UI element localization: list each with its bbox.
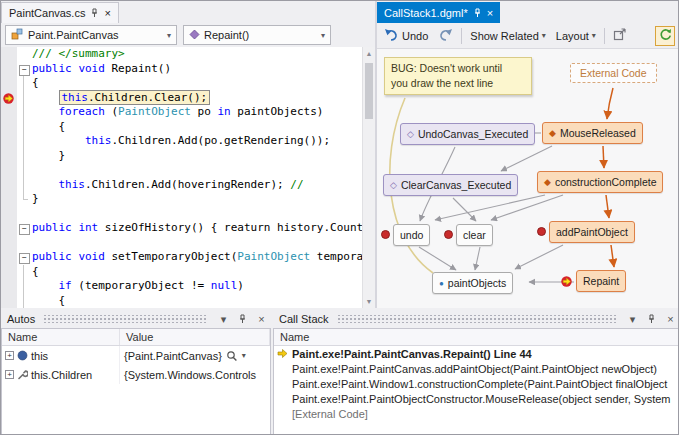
code-editor[interactable]: /// </summary>public void Repaint(){ thi… xyxy=(1,47,362,308)
node-repaint[interactable]: Repaint xyxy=(576,270,626,292)
breakpoint-margin-cell[interactable] xyxy=(1,62,17,77)
autos-row[interactable]: +this{Paint.PaintCanvas}▾ xyxy=(2,346,270,365)
window-position-icon[interactable]: ▾ xyxy=(216,313,231,326)
breakpoint-margin-cell[interactable] xyxy=(1,105,17,120)
breakpoint-margin-cell[interactable] xyxy=(1,192,17,207)
node-label: MouseReleased xyxy=(560,127,636,139)
editor-scrollbar[interactable]: ▲ ▼ xyxy=(362,47,375,308)
code-line[interactable]: if (temporaryObject != null) xyxy=(1,279,362,294)
autos-row[interactable]: +this.Children{System.Windows.Controls xyxy=(2,365,270,384)
pin-icon[interactable] xyxy=(644,314,659,324)
column-header-name[interactable]: Name xyxy=(274,329,679,345)
window-position-icon[interactable]: ▾ xyxy=(625,313,640,326)
magnifier-icon[interactable] xyxy=(226,350,238,362)
code-line[interactable]: foreach (PaintObject po in paintObjects) xyxy=(1,105,362,120)
fold-margin[interactable] xyxy=(17,221,30,236)
breakpoint-margin-cell[interactable] xyxy=(1,163,17,178)
node-paintobjects[interactable]: ● paintObjects xyxy=(432,272,513,294)
code-line[interactable] xyxy=(1,163,362,178)
code-line[interactable]: { xyxy=(1,76,362,91)
redo-button[interactable] xyxy=(436,26,455,45)
pin-icon[interactable] xyxy=(90,8,99,18)
code-line[interactable]: { xyxy=(1,265,362,280)
node-constructioncomplete[interactable]: ◆ constructionComplete xyxy=(537,171,663,193)
jump-to-code-button[interactable] xyxy=(611,26,629,45)
breakpoint-margin-cell[interactable] xyxy=(1,178,17,193)
close-icon[interactable]: × xyxy=(254,313,269,325)
close-icon[interactable]: × xyxy=(487,8,493,18)
node-external-code[interactable]: External Code xyxy=(570,63,657,83)
map-toolbar: Undo Show Related ▾ Layout ▾ xyxy=(377,23,679,49)
expand-icon[interactable]: + xyxy=(5,351,14,360)
node-label: clear xyxy=(463,229,486,241)
code-map-canvas[interactable]: BUG: Doesn't work until you draw the nex… xyxy=(377,49,679,308)
breakpoint-margin-cell[interactable] xyxy=(1,279,17,294)
call-stack-row[interactable]: Paint.exe!Paint.PaintCanvas.addPaintObje… xyxy=(274,361,679,376)
call-stack-row[interactable]: Paint.exe!Paint.PaintCanvas.Repaint() Li… xyxy=(274,346,679,361)
code-line[interactable]: this.Children.Add(hoveringRender); // xyxy=(1,178,362,193)
panel-drag-grip[interactable] xyxy=(337,315,617,323)
method-dropdown[interactable]: Repaint() ▾ xyxy=(183,25,331,45)
call-stack-row[interactable]: Paint.exe!Paint.Window1.constructionComp… xyxy=(274,376,679,391)
breakpoint-margin-cell[interactable] xyxy=(1,149,17,164)
breakpoint-margin-cell[interactable] xyxy=(1,265,17,280)
column-header-name[interactable]: Name xyxy=(2,329,120,345)
code-line[interactable]: { xyxy=(1,294,362,309)
close-icon[interactable]: × xyxy=(663,313,678,325)
layout-button[interactable]: Layout ▾ xyxy=(554,28,598,44)
breakpoint-marker-undo[interactable] xyxy=(381,230,390,239)
panel-drag-grip[interactable] xyxy=(43,315,208,323)
code-line[interactable]: public void Repaint() xyxy=(1,62,362,77)
scrollbar-thumb[interactable] xyxy=(365,63,373,119)
class-dropdown[interactable]: Paint.PaintCanvas ▾ xyxy=(5,25,177,45)
pin-icon[interactable] xyxy=(235,314,250,324)
breakpoint-current-glyph[interactable] xyxy=(1,91,17,106)
breakpoint-margin-cell[interactable] xyxy=(1,236,17,251)
fold-margin xyxy=(17,207,30,222)
breakpoint-margin-cell[interactable] xyxy=(1,134,17,149)
breakpoint-margin-cell[interactable] xyxy=(1,250,17,265)
call-stack-row[interactable]: Paint.exe!Paint.PaintObjectConstructor.M… xyxy=(274,391,679,406)
scroll-up-icon[interactable]: ▲ xyxy=(363,47,375,60)
node-undocanvas-executed[interactable]: ◇ UndoCanvas_Executed xyxy=(400,123,535,145)
tab-paintcanvas[interactable]: PaintCanvas.cs × xyxy=(1,2,119,23)
call-stack-row[interactable]: [External Code] xyxy=(274,406,679,421)
node-clearcanvas-executed[interactable]: ◇ ClearCanvas_Executed xyxy=(383,174,518,196)
breakpoint-margin-cell[interactable] xyxy=(1,221,17,236)
code-line[interactable]: public int sizeOfHistory() { reaturn his… xyxy=(1,221,362,236)
code-line[interactable] xyxy=(1,207,362,222)
breakpoint-margin-cell[interactable] xyxy=(1,47,17,62)
breakpoint-marker-addpaintobject[interactable] xyxy=(537,227,546,236)
code-line[interactable] xyxy=(1,236,362,251)
code-line[interactable]: } xyxy=(1,192,362,207)
node-mousereleased[interactable]: ◆ MouseReleased xyxy=(542,122,643,144)
close-icon[interactable]: × xyxy=(104,8,110,18)
breakpoint-marker-clear[interactable] xyxy=(444,230,453,239)
fold-margin[interactable] xyxy=(17,250,30,265)
event-icon: ◇ xyxy=(407,130,414,139)
node-addpaintobject[interactable]: addPaintObject xyxy=(549,221,635,243)
column-header-value[interactable]: Value xyxy=(120,329,270,345)
pin-icon[interactable] xyxy=(473,8,482,18)
code-line[interactable]: public void setTemporaryObject(PaintObje… xyxy=(1,250,362,265)
code-line[interactable]: } xyxy=(1,149,362,164)
breakpoint-margin-cell[interactable] xyxy=(1,294,17,309)
node-undo[interactable]: undo xyxy=(393,224,430,246)
fold-margin[interactable] xyxy=(17,62,30,77)
breakpoint-margin-cell[interactable] xyxy=(1,120,17,135)
auto-update-toggle-button[interactable] xyxy=(655,26,675,46)
breakpoint-margin-cell[interactable] xyxy=(1,76,17,91)
undo-button[interactable]: Undo xyxy=(382,26,430,45)
code-line[interactable]: this.Children.Clear(); xyxy=(1,91,362,106)
node-clear[interactable]: clear xyxy=(456,224,493,246)
code-line[interactable]: /// </summary> xyxy=(1,47,362,62)
tab-callstack-dgml[interactable]: CallStack1.dgml* × xyxy=(377,2,500,23)
scroll-down-icon[interactable]: ▼ xyxy=(363,295,375,308)
expand-icon[interactable]: + xyxy=(5,370,14,379)
show-related-button[interactable]: Show Related ▾ xyxy=(468,28,548,44)
bug-annotation-note[interactable]: BUG: Doesn't work until you draw the nex… xyxy=(384,57,532,95)
code-line[interactable]: this.Children.Add(po.getRendering()); xyxy=(1,134,362,149)
visualizer-dropdown-icon[interactable]: ▾ xyxy=(242,351,246,360)
code-line[interactable]: { xyxy=(1,120,362,135)
breakpoint-margin-cell[interactable] xyxy=(1,207,17,222)
